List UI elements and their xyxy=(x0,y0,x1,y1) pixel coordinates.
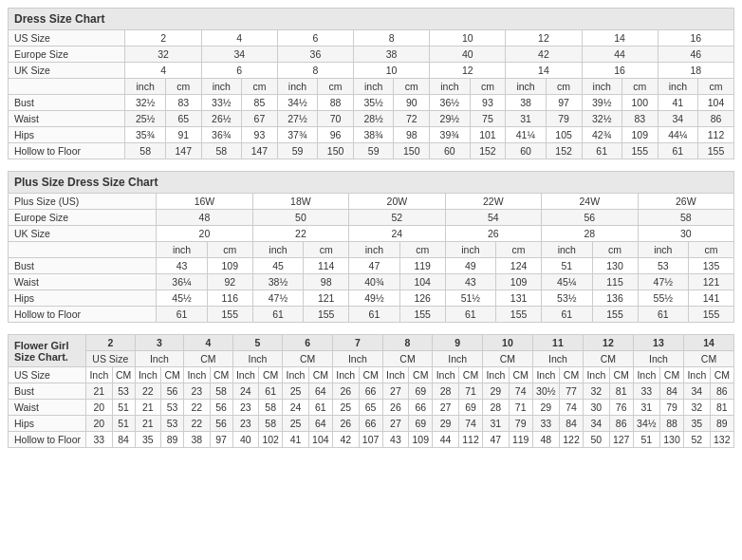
dress-waist-row: Waist 25½65 26½67 27½70 28½72 29½75 3179… xyxy=(9,111,734,127)
uk-4: 4 xyxy=(125,63,201,79)
sh-inch5: inch xyxy=(430,79,470,95)
uk-14: 14 xyxy=(506,63,582,79)
flower-hips-row: Hips 2051 2153 2256 2358 2564 2666 2769 … xyxy=(9,416,734,432)
sh-inch6: inch xyxy=(506,79,546,95)
uk-size-label: UK Size xyxy=(9,63,125,79)
us-size-row: US Size 2 4 6 8 10 12 14 16 xyxy=(9,30,734,47)
us-8: 8 xyxy=(354,30,430,47)
uk-10: 10 xyxy=(354,63,430,79)
eu-42: 42 xyxy=(506,47,582,63)
uk-6: 6 xyxy=(201,63,277,79)
us-6: 6 xyxy=(277,30,353,47)
dress-bust-row: Bust 32½83 33½85 34½88 35½90 36½93 3897 … xyxy=(9,95,734,111)
sh-cm6: cm xyxy=(546,79,582,95)
flower-hollow-row: Hollow to Floor 3384 3589 3897 40102 411… xyxy=(9,432,734,448)
flower-bust-row: Bust 2153 2256 2358 2461 2564 2666 2769 … xyxy=(9,383,734,400)
sh-inch2: inch xyxy=(201,79,241,95)
eu-44: 44 xyxy=(582,47,658,63)
flower-chart-title: Flower GirlSize Chart. xyxy=(9,335,86,367)
uk-16: 16 xyxy=(582,63,658,79)
plus-bust-row: Bust 43109 45114 47119 49124 51130 53135 xyxy=(9,258,734,274)
dress-hollow-row: Hollow to Floor 58147 58147 59150 59150 … xyxy=(9,143,734,159)
sh-cm: cm xyxy=(165,79,201,95)
plus-us-row: Plus Size (US) 16W 18W 20W 22W 24W 26W xyxy=(9,194,734,210)
flower-title-row: Flower GirlSize Chart. 2 3 4 5 6 7 8 9 1… xyxy=(9,335,734,351)
plus-size-table: Plus Size (US) 16W 18W 20W 22W 24W 26W E… xyxy=(8,193,734,323)
plus-us-label: Plus Size (US) xyxy=(9,194,157,210)
flower-girl-section: Flower GirlSize Chart. 2 3 4 5 6 7 8 9 1… xyxy=(8,334,734,448)
sh-inch3: inch xyxy=(277,79,317,95)
plus-uk-row: UK Size 20 22 24 26 28 30 xyxy=(9,226,734,242)
sh-cm7: cm xyxy=(621,79,658,95)
uk-8: 8 xyxy=(277,63,353,79)
dress-size-section: Dress Size Chart US Size 2 4 6 8 10 12 1… xyxy=(8,8,734,159)
plus-subheader-row: inchcm inchcm inchcm inchcm inchcm inchc… xyxy=(9,242,734,258)
eu-36: 36 xyxy=(277,47,353,63)
plus-europe-label: Europe Size xyxy=(9,210,157,226)
eu-40: 40 xyxy=(430,47,506,63)
sh-cm8: cm xyxy=(698,79,734,95)
uk-12: 12 xyxy=(430,63,506,79)
plus-hollow-row: Hollow to Floor 61155 61155 61155 61155 … xyxy=(9,307,734,323)
page: Dress Size Chart US Size 2 4 6 8 10 12 1… xyxy=(0,0,742,456)
dress-hips-row: Hips 35¾91 36¾93 37¾96 38¾98 39¾101 41¼1… xyxy=(9,127,734,143)
uk-18: 18 xyxy=(658,63,733,79)
sh-cm3: cm xyxy=(318,79,354,95)
eu-38: 38 xyxy=(354,47,430,63)
dress-subheader-row: inchcm inchcm inchcm inchcm inchcm inchc… xyxy=(9,79,734,95)
plus-hips-row: Hips 45½116 47½121 49½126 51½131 53½136 … xyxy=(9,290,734,307)
us-2: 2 xyxy=(125,30,201,47)
eu-46: 46 xyxy=(658,47,733,63)
dress-chart-title: Dress Size Chart xyxy=(8,8,734,29)
sh-inch7: inch xyxy=(582,79,621,95)
sh-cm2: cm xyxy=(241,79,277,95)
flower-subheader-row: US Size InchCM InchCM InchCM InchCM Inch… xyxy=(9,367,734,383)
uk-size-row: UK Size 4 6 8 10 12 14 16 18 xyxy=(9,63,734,79)
dress-size-table: US Size 2 4 6 8 10 12 14 16 Europe Size … xyxy=(8,29,734,159)
eu-34: 34 xyxy=(201,47,277,63)
flower-girl-table: Flower GirlSize Chart. 2 3 4 5 6 7 8 9 1… xyxy=(8,334,734,448)
us-16: 16 xyxy=(658,30,733,47)
eu-32: 32 xyxy=(125,47,201,63)
us-12: 12 xyxy=(506,30,582,47)
sh-inch8: inch xyxy=(658,79,697,95)
flower-waist-row: Waist 2051 2153 2256 2358 2461 2565 2666… xyxy=(9,400,734,416)
plus-waist-row: Waist 36¼92 38½98 40¾104 43109 45¼115 47… xyxy=(9,274,734,290)
plus-chart-title: Plus Size Dress Size Chart xyxy=(8,171,734,193)
sh-inch4: inch xyxy=(354,79,394,95)
us-size-label: US Size xyxy=(9,30,125,47)
sh-inch: inch xyxy=(125,79,165,95)
sh-cm4: cm xyxy=(394,79,430,95)
europe-size-label: Europe Size xyxy=(9,47,125,63)
plus-europe-row: Europe Size 48 50 52 54 56 58 xyxy=(9,210,734,226)
plus-uk-label: UK Size xyxy=(9,226,157,242)
sh-cm5: cm xyxy=(470,79,506,95)
us-4: 4 xyxy=(201,30,277,47)
flower-us-size-row: US Size Inch CM Inch CM Inch CM Inch CM … xyxy=(9,351,734,367)
plus-size-section: Plus Size Dress Size Chart Plus Size (US… xyxy=(8,171,734,323)
us-14: 14 xyxy=(582,30,658,47)
us-10: 10 xyxy=(430,30,506,47)
europe-size-row: Europe Size 32 34 36 38 40 42 44 46 xyxy=(9,47,734,63)
